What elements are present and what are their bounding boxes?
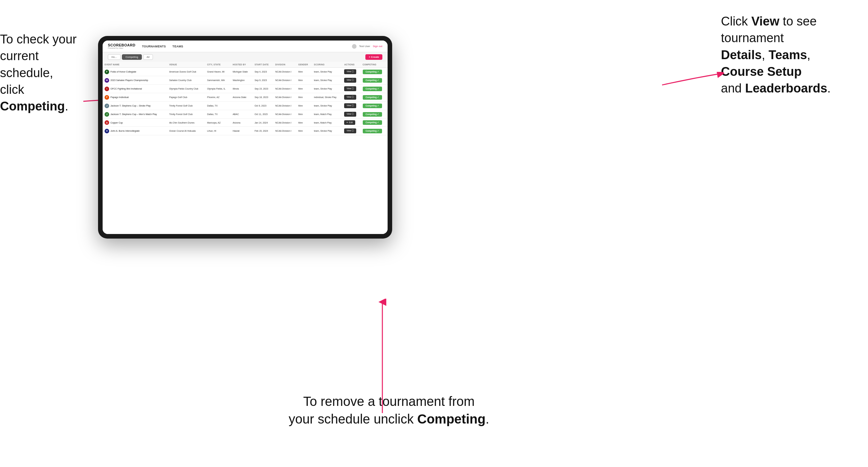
competing-button[interactable]: Competing ✓ — [363, 120, 382, 125]
table-row: F Folds of Honor Collegiate American Dun… — [103, 68, 388, 76]
brand: SCOREBOARD Powered by clippi — [108, 43, 135, 49]
tab-home[interactable]: Ho... — [108, 54, 121, 60]
division-cell: NCAA Division I — [273, 68, 297, 76]
view-button[interactable]: View ⓘ — [344, 103, 356, 108]
venue-cell: Olympia Fields Country Club — [167, 85, 205, 93]
competing-button[interactable]: Competing ✓ — [363, 87, 382, 91]
division-cell: NCAA Division I — [273, 127, 297, 135]
start-date-cell: Sep 18, 2023 — [253, 93, 273, 102]
actions-cell[interactable]: View ⓘ — [342, 68, 361, 76]
competing-cell[interactable]: Competing ✓ — [361, 85, 388, 93]
venue-cell: Trinity Forest Golf Club — [167, 110, 205, 119]
scoring-cell: team, Match Play — [312, 119, 342, 127]
city-state-cell: Sammamish, WA — [205, 76, 231, 85]
col-actions: ACTIONS — [342, 62, 361, 68]
competing-button[interactable]: Competing ✓ — [363, 95, 382, 100]
actions-cell[interactable]: View ⓘ — [342, 93, 361, 102]
start-date-cell: Oct 9, 2023 — [253, 102, 273, 110]
col-city-state: CITY, STATE — [205, 62, 231, 68]
scoring-cell: individual, Stroke Play — [312, 93, 342, 102]
table-header-row: EVENT NAME VENUE CITY, STATE HOSTED BY S… — [103, 62, 388, 68]
actions-cell[interactable]: View ⓘ — [342, 127, 361, 135]
competing-cell[interactable]: Competing ✓ — [361, 127, 388, 135]
view-button[interactable]: View ⓘ — [344, 95, 356, 100]
edit-button[interactable]: ✏ Edit — [344, 120, 355, 125]
event-name-text: Jackson T. Stephens Cup – Men's Match Pl… — [111, 113, 157, 115]
view-button[interactable]: View ⓘ — [344, 78, 356, 83]
col-venue: VENUE — [167, 62, 205, 68]
venue-cell: Sahalee Country Club — [167, 76, 205, 85]
col-competing: COMPETING — [361, 62, 388, 68]
competing-button[interactable]: Competing ✓ — [363, 112, 382, 117]
tournaments-table-container: EVENT NAME VENUE CITY, STATE HOSTED BY S… — [103, 62, 388, 234]
competing-button[interactable]: Competing ✓ — [363, 70, 382, 74]
table-row: A Copper Cup Ak-Chin Southern DunesMaric… — [103, 119, 388, 127]
hosted-by-cell: Arizona — [231, 119, 253, 127]
actions-cell[interactable]: ✏ Edit — [342, 119, 361, 127]
table-body: F Folds of Honor Collegiate American Dun… — [103, 68, 388, 135]
actions-cell[interactable]: View ⓘ — [342, 85, 361, 93]
venue-cell: Trinity Forest Golf Club — [167, 102, 205, 110]
create-button[interactable]: + Create — [365, 54, 382, 60]
annotation-top-right: Click View to seetournamentDetails, Team… — [721, 13, 858, 97]
gender-cell: Men — [297, 76, 312, 85]
navbar-left: SCOREBOARD Powered by clippi TOURNAMENTS… — [108, 43, 183, 49]
competing-cell[interactable]: Competing ✓ — [361, 93, 388, 102]
city-state-cell: Olympia Fields, IL — [205, 85, 231, 93]
tab-competing[interactable]: Competing — [122, 54, 142, 60]
navbar: SCOREBOARD Powered by clippi TOURNAMENTS… — [103, 40, 388, 52]
competing-button[interactable]: Competing ✓ — [363, 129, 382, 133]
actions-cell[interactable]: View ⓘ — [342, 76, 361, 85]
col-division: DIVISION — [273, 62, 297, 68]
event-name-cell: J Jackson T. Stephens Cup – Men's Match … — [103, 110, 167, 119]
filter-tabs: Ho... Competing All — [108, 54, 153, 60]
sign-out-link[interactable]: Sign out — [373, 45, 382, 48]
event-name-text: Papago Individual — [111, 96, 129, 98]
view-button[interactable]: View ⓘ — [344, 86, 356, 91]
table-row: J Jackson T. Stephens Cup – Men's Match … — [103, 110, 388, 119]
gender-cell: Men — [297, 85, 312, 93]
competing-cell[interactable]: Competing ✓ — [361, 119, 388, 127]
tablet-screen: SCOREBOARD Powered by clippi TOURNAMENTS… — [103, 40, 388, 234]
scoring-cell: team, Stroke Play — [312, 76, 342, 85]
team-logo: J — [104, 112, 109, 117]
annotation-bottom: To remove a tournament fromyour schedule… — [275, 393, 503, 428]
team-logo: H — [104, 129, 109, 133]
event-name-text: John A. Burns Intercollegiate — [111, 130, 140, 132]
competing-cell[interactable]: Competing ✓ — [361, 110, 388, 119]
user-icon — [352, 44, 356, 49]
table-row: W 2023 Sahalee Players Championship Saha… — [103, 76, 388, 85]
hosted-by-cell — [231, 102, 253, 110]
tournaments-table: EVENT NAME VENUE CITY, STATE HOSTED BY S… — [103, 62, 388, 135]
col-start-date: START DATE — [253, 62, 273, 68]
competing-button[interactable]: Competing ✓ — [363, 103, 382, 108]
nav-teams[interactable]: TEAMS — [173, 45, 183, 48]
event-name-cell: W 2023 Sahalee Players Championship — [103, 76, 167, 85]
event-name-cell: F Folds of Honor Collegiate — [103, 68, 167, 76]
brand-name: SCOREBOARD — [108, 43, 135, 47]
table-row: J Jackson T. Stephens Cup – Stroke Play … — [103, 102, 388, 110]
hosted-by-cell: ABAC — [231, 110, 253, 119]
nav-tournaments[interactable]: TOURNAMENTS — [142, 45, 166, 48]
view-button[interactable]: View ⓘ — [344, 112, 356, 117]
venue-cell: Ak-Chin Southern Dunes — [167, 119, 205, 127]
competing-button[interactable]: Competing ✓ — [363, 78, 382, 83]
division-cell: NCAA Division I — [273, 76, 297, 85]
view-button[interactable]: View ⓘ — [344, 69, 356, 74]
team-logo: I — [104, 87, 109, 91]
gender-cell: Men — [297, 93, 312, 102]
event-name-cell: J Jackson T. Stephens Cup – Stroke Play — [103, 102, 167, 110]
division-cell: NCAA Division I — [273, 85, 297, 93]
actions-cell[interactable]: View ⓘ — [342, 110, 361, 119]
view-button[interactable]: View ⓘ — [344, 128, 356, 133]
col-gender: GENDER — [297, 62, 312, 68]
competing-cell[interactable]: Competing ✓ — [361, 68, 388, 76]
scoring-cell: team, Stroke Play — [312, 85, 342, 93]
event-name-cell: A Copper Cup — [103, 119, 167, 127]
actions-cell[interactable]: View ⓘ — [342, 102, 361, 110]
competing-cell[interactable]: Competing ✓ — [361, 76, 388, 85]
competing-cell[interactable]: Competing ✓ — [361, 102, 388, 110]
scoring-cell: team, Stroke Play — [312, 102, 342, 110]
tab-all[interactable]: All — [143, 54, 153, 60]
event-name-text: 2023 Sahalee Players Championship — [111, 79, 148, 82]
